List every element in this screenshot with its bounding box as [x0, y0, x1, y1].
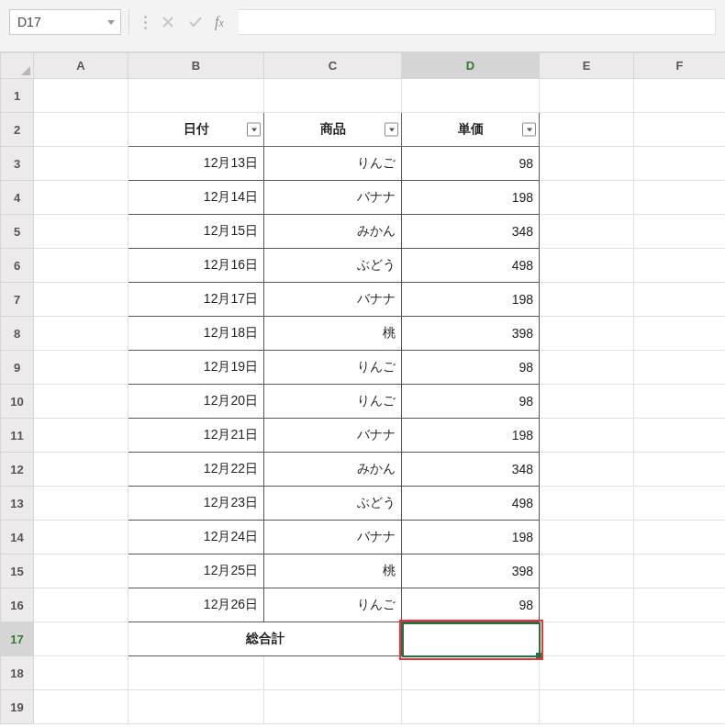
cell-E1[interactable] — [540, 79, 634, 113]
row-header-9[interactable]: 9 — [1, 351, 34, 385]
cell-B19[interactable] — [128, 690, 264, 724]
cell-E13[interactable] — [540, 487, 634, 521]
cell-A15[interactable] — [34, 554, 128, 588]
cell-A16[interactable] — [34, 588, 128, 622]
cell-A18[interactable] — [34, 656, 128, 690]
cell-A19[interactable] — [34, 690, 128, 724]
cell-B6[interactable]: 12月16日 — [128, 249, 264, 283]
drag-handle-icon[interactable] — [144, 16, 147, 29]
cell-D3[interactable]: 98 — [402, 147, 540, 181]
cell-D19[interactable] — [402, 690, 540, 724]
name-box[interactable]: D17 — [9, 9, 121, 35]
cell-A5[interactable] — [34, 215, 128, 249]
cell-C1[interactable] — [264, 79, 402, 113]
cell-B15[interactable]: 12月25日 — [128, 554, 264, 588]
cell-C4[interactable]: バナナ — [264, 181, 402, 215]
cell-B11[interactable]: 12月21日 — [128, 419, 264, 453]
cell-E12[interactable] — [540, 453, 634, 487]
cell-E16[interactable] — [540, 588, 634, 622]
col-header-B[interactable]: B — [128, 53, 264, 79]
cell-B7[interactable]: 12月17日 — [128, 283, 264, 317]
cell-C14[interactable]: バナナ — [264, 521, 402, 554]
cell-A17[interactable] — [34, 622, 128, 656]
cell-E17[interactable] — [540, 622, 634, 656]
cell-B17[interactable]: 総合計 — [128, 622, 402, 656]
cell-B12[interactable]: 12月22日 — [128, 453, 264, 487]
cell-F9[interactable] — [634, 351, 726, 385]
cell-B9[interactable]: 12月19日 — [128, 351, 264, 385]
cell-F11[interactable] — [634, 419, 726, 453]
row-header-5[interactable]: 5 — [1, 215, 34, 249]
cell-A1[interactable] — [34, 79, 128, 113]
row-header-17[interactable]: 17 — [1, 622, 34, 656]
cell-A14[interactable] — [34, 521, 128, 554]
row-header-2[interactable]: 2 — [1, 113, 34, 147]
cell-B16[interactable]: 12月26日 — [128, 588, 264, 622]
cell-B2[interactable]: 日付 — [128, 113, 264, 147]
cell-D17[interactable] — [402, 622, 540, 656]
cell-E2[interactable] — [540, 113, 634, 147]
cell-D18[interactable] — [402, 656, 540, 690]
cell-F14[interactable] — [634, 521, 726, 554]
cell-D6[interactable]: 498 — [402, 249, 540, 283]
cell-F12[interactable] — [634, 453, 726, 487]
cell-F1[interactable] — [634, 79, 726, 113]
cell-E3[interactable] — [540, 147, 634, 181]
cell-D14[interactable]: 198 — [402, 521, 540, 554]
cell-C11[interactable]: バナナ — [264, 419, 402, 453]
row-header-10[interactable]: 10 — [1, 385, 34, 419]
cell-D7[interactable]: 198 — [402, 283, 540, 317]
cell-D15[interactable]: 398 — [402, 554, 540, 588]
row-header-7[interactable]: 7 — [1, 283, 34, 317]
filter-button-price[interactable] — [522, 123, 536, 137]
cell-F19[interactable] — [634, 690, 726, 724]
cell-F8[interactable] — [634, 317, 726, 351]
cell-A3[interactable] — [34, 147, 128, 181]
cell-B8[interactable]: 12月18日 — [128, 317, 264, 351]
cell-F13[interactable] — [634, 487, 726, 521]
col-header-F[interactable]: F — [634, 53, 726, 79]
col-header-C[interactable]: C — [264, 53, 402, 79]
row-header-12[interactable]: 12 — [1, 453, 34, 487]
cell-E18[interactable] — [540, 656, 634, 690]
cell-A9[interactable] — [34, 351, 128, 385]
cell-C3[interactable]: りんご — [264, 147, 402, 181]
row-header-1[interactable]: 1 — [1, 79, 34, 113]
row-header-16[interactable]: 16 — [1, 588, 34, 622]
cell-A7[interactable] — [34, 283, 128, 317]
row-header-3[interactable]: 3 — [1, 147, 34, 181]
row-header-15[interactable]: 15 — [1, 554, 34, 588]
filter-button-product[interactable] — [385, 123, 398, 137]
cell-C9[interactable]: りんご — [264, 351, 402, 385]
formula-input[interactable] — [239, 9, 716, 35]
cell-C5[interactable]: みかん — [264, 215, 402, 249]
cell-E19[interactable] — [540, 690, 634, 724]
cell-E9[interactable] — [540, 351, 634, 385]
cell-E11[interactable] — [540, 419, 634, 453]
cell-A12[interactable] — [34, 453, 128, 487]
cell-B14[interactable]: 12月24日 — [128, 521, 264, 554]
cell-E4[interactable] — [540, 181, 634, 215]
cell-F2[interactable] — [634, 113, 726, 147]
cell-F18[interactable] — [634, 656, 726, 690]
cell-D10[interactable]: 98 — [402, 385, 540, 419]
row-header-13[interactable]: 13 — [1, 487, 34, 521]
cell-A2[interactable] — [34, 113, 128, 147]
cell-D13[interactable]: 498 — [402, 487, 540, 521]
cell-D9[interactable]: 98 — [402, 351, 540, 385]
cell-F6[interactable] — [634, 249, 726, 283]
cell-B10[interactable]: 12月20日 — [128, 385, 264, 419]
cell-E6[interactable] — [540, 249, 634, 283]
cell-B18[interactable] — [128, 656, 264, 690]
cell-D5[interactable]: 348 — [402, 215, 540, 249]
spreadsheet[interactable]: ABCDEF12日付商品単価312月13日りんご98412月14日バナナ1985… — [0, 52, 725, 728]
cell-C7[interactable]: バナナ — [264, 283, 402, 317]
cell-D4[interactable]: 198 — [402, 181, 540, 215]
cancel-button[interactable] — [154, 16, 182, 28]
cell-F5[interactable] — [634, 215, 726, 249]
cell-F17[interactable] — [634, 622, 726, 656]
row-header-6[interactable]: 6 — [1, 249, 34, 283]
cell-A11[interactable] — [34, 419, 128, 453]
cell-F15[interactable] — [634, 554, 726, 588]
cell-C15[interactable]: 桃 — [264, 554, 402, 588]
